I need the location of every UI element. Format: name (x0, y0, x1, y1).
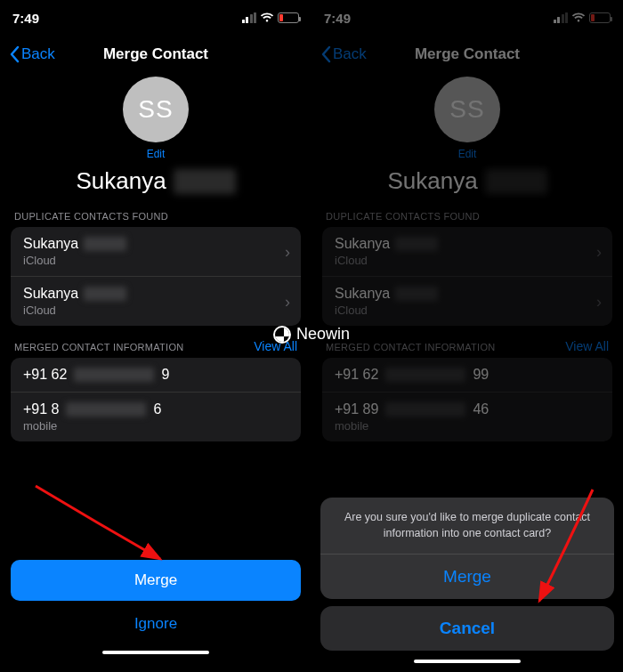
battery-icon (278, 12, 299, 23)
chevron-left-icon (320, 45, 331, 63)
chevron-right-icon: › (596, 292, 602, 311)
status-time: 7:49 (324, 11, 351, 26)
redacted (385, 402, 465, 417)
nav-bar: Back Merge Contact (0, 36, 312, 73)
phone-suffix: 6 (153, 401, 161, 417)
chevron-right-icon: › (596, 242, 602, 261)
phone-prefix: +91 8 (23, 401, 59, 417)
dup-name: Sukanya (335, 286, 390, 302)
phone-row[interactable]: +91 629 (11, 358, 301, 392)
chevron-right-icon: › (285, 242, 290, 261)
redacted (84, 287, 126, 301)
back-label: Back (21, 45, 55, 63)
avatar: SS (123, 77, 189, 142)
status-time: 7:49 (12, 11, 39, 26)
dup-source: iCloud (335, 304, 600, 317)
phone-suffix: 9 (161, 367, 169, 383)
action-sheet: Are you sure you'd like to merge duplica… (320, 498, 614, 663)
screenshot-left: 7:49 Back Merge Contact SS Edit Sukanya … (0, 0, 312, 672)
duplicate-row[interactable]: Sukanya iCloud › (322, 227, 612, 276)
contact-last-name-redacted (174, 169, 236, 194)
back-button[interactable]: Back (9, 36, 55, 73)
redacted (66, 402, 146, 417)
wifi-icon (260, 12, 274, 23)
phone-prefix: +91 62 (23, 367, 67, 383)
duplicate-row[interactable]: Sukanya iCloud › (11, 276, 301, 326)
contact-first-name: Sukanya (387, 167, 477, 195)
duplicate-row[interactable]: Sukanya iCloud › (11, 227, 301, 276)
chevron-left-icon (9, 45, 20, 63)
duplicate-row[interactable]: Sukanya iCloud › (322, 276, 612, 326)
ignore-button[interactable]: Ignore (11, 606, 301, 642)
bottom-actions: Merge Ignore (0, 549, 312, 665)
duplicates-header: DUPLICATE CONTACTS FOUND (0, 195, 312, 227)
status-bar: 7:49 (312, 0, 623, 36)
phone-suffix: 46 (473, 401, 489, 417)
view-all-link[interactable]: View All (254, 339, 297, 353)
wifi-icon (571, 12, 586, 23)
merged-header: MERGED CONTACT INFORMATION (0, 326, 198, 358)
phone-label: mobile (335, 419, 600, 433)
nav-bar: Back Merge Contact (312, 36, 623, 73)
redacted (395, 237, 438, 251)
sheet-merge-button[interactable]: Merge (320, 554, 614, 599)
phone-prefix: +91 89 (335, 401, 378, 417)
screenshot-right: 7:49 Back Merge Contact SS Edit Sukanya … (312, 0, 623, 672)
home-indicator[interactable] (102, 651, 209, 654)
merged-info-card: +91 6299 +91 8946 mobile (322, 358, 612, 441)
phone-row[interactable]: +91 86 mobile (11, 392, 301, 441)
edit-link[interactable]: Edit (458, 148, 477, 160)
battery-icon (589, 12, 611, 23)
contact-first-name: Sukanya (76, 167, 166, 195)
edit-link[interactable]: Edit (147, 148, 166, 160)
dup-source: iCloud (23, 304, 288, 317)
contact-name: Sukanya (312, 167, 623, 195)
redacted (84, 237, 126, 251)
page-title: Merge Contact (415, 45, 520, 63)
redacted (395, 287, 438, 301)
chevron-right-icon: › (285, 292, 290, 311)
page-title: Merge Contact (103, 45, 208, 63)
home-indicator[interactable] (414, 660, 521, 663)
redacted (385, 368, 465, 382)
phone-label: mobile (23, 419, 288, 433)
avatar: SS (434, 77, 500, 142)
duplicates-card: Sukanya iCloud › Sukanya iCloud › (322, 227, 612, 326)
merge-button[interactable]: Merge (11, 560, 301, 601)
dup-name: Sukanya (23, 286, 78, 302)
phone-suffix: 99 (473, 367, 489, 383)
back-label: Back (333, 45, 367, 63)
cellular-icon (242, 12, 257, 23)
sheet-cancel-button[interactable]: Cancel (320, 606, 614, 651)
dup-source: iCloud (335, 254, 600, 267)
duplicates-header: DUPLICATE CONTACTS FOUND (312, 195, 623, 227)
sheet-message: Are you sure you'd like to merge duplica… (320, 498, 614, 554)
cellular-icon (554, 12, 569, 23)
status-bar: 7:49 (0, 0, 312, 36)
view-all-link[interactable]: View All (565, 339, 609, 353)
back-button[interactable]: Back (320, 36, 367, 73)
merged-info-card: +91 629 +91 86 mobile (11, 358, 301, 441)
dup-name: Sukanya (335, 236, 390, 252)
phone-row[interactable]: +91 6299 (322, 358, 612, 392)
dup-name: Sukanya (23, 236, 78, 252)
contact-name: Sukanya (0, 167, 312, 195)
redacted (74, 368, 154, 382)
phone-row[interactable]: +91 8946 mobile (322, 392, 612, 441)
merged-header: MERGED CONTACT INFORMATION (312, 326, 510, 358)
duplicates-card: Sukanya iCloud › Sukanya iCloud › (11, 227, 301, 326)
phone-prefix: +91 62 (335, 367, 378, 383)
dup-source: iCloud (23, 254, 288, 267)
contact-last-name-redacted (485, 169, 547, 194)
